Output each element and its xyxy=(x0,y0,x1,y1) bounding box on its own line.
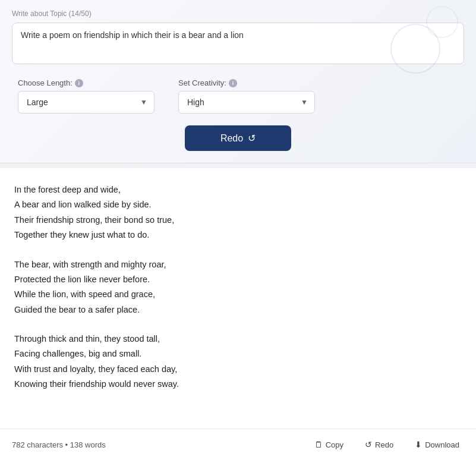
output-content[interactable]: In the forest deep and wide,A bear and l… xyxy=(0,168,476,429)
poem-line: A bear and lion walked side by side. xyxy=(14,197,462,212)
length-select[interactable]: Small Medium Large Extra Large xyxy=(18,91,155,114)
topic-input[interactable] xyxy=(12,23,464,64)
redo-button-wrapper: Redo ↺ xyxy=(12,125,464,151)
length-label: Choose Length: i xyxy=(18,78,155,87)
poem-line: Facing challenges, big and small. xyxy=(14,346,462,361)
poem-line: Through thick and thin, they stood tall, xyxy=(14,332,462,346)
controls-row: Choose Length: i Small Medium Large Extr… xyxy=(12,78,464,114)
output-footer: 782 characters • 138 words 🗒 Copy ↺ Redo… xyxy=(0,429,476,460)
length-label-text: Choose Length: xyxy=(18,78,72,87)
length-control-group: Choose Length: i Small Medium Large Extr… xyxy=(18,78,155,114)
poem-line: With trust and loyalty, they faced each … xyxy=(14,362,462,377)
poem-line: Guided the bear to a safer place. xyxy=(14,303,462,317)
creativity-select-wrapper: Low Medium High Very High ▼ xyxy=(178,91,315,114)
poem-stanza: In the forest deep and wide,A bear and l… xyxy=(14,182,462,243)
top-panel: Write about Topic (14/50) Choose Length:… xyxy=(0,0,476,163)
length-info-icon[interactable]: i xyxy=(75,79,83,87)
redo-button[interactable]: Redo ↺ xyxy=(185,125,291,151)
redo-button-icon: ↺ xyxy=(248,133,256,144)
output-panel: In the forest deep and wide,A bear and l… xyxy=(0,168,476,460)
word-count: 782 characters • 138 words xyxy=(12,440,106,449)
poem-stanza: The bear, with strength and mighty roar,… xyxy=(14,257,462,318)
creativity-label-text: Set Creativity: xyxy=(178,78,226,87)
poem-line: The bear, with strength and mighty roar, xyxy=(14,257,462,272)
poem-line: Together they knew just what to do. xyxy=(14,228,462,242)
poem-line: Knowing their friendship would never swa… xyxy=(14,377,462,392)
poem-text: In the forest deep and wide,A bear and l… xyxy=(14,182,462,392)
poem-line: Protected the lion like never before. xyxy=(14,272,462,287)
download-icon: ⬇ xyxy=(415,440,422,449)
redo-footer-icon: ↺ xyxy=(365,440,372,449)
creativity-select[interactable]: Low Medium High Very High xyxy=(178,91,315,114)
length-select-wrapper: Small Medium Large Extra Large ▼ xyxy=(18,91,155,114)
footer-actions: 🗒 Copy ↺ Redo ⬇ Download xyxy=(310,437,464,452)
redo-footer-button[interactable]: ↺ Redo xyxy=(360,437,398,452)
creativity-control-group: Set Creativity: i Low Medium High Very H… xyxy=(178,78,315,114)
copy-icon: 🗒 xyxy=(314,440,323,449)
char-counter: Write about Topic (14/50) xyxy=(12,10,464,18)
copy-button[interactable]: 🗒 Copy xyxy=(310,437,348,452)
creativity-label: Set Creativity: i xyxy=(178,78,315,87)
poem-stanza: Through thick and thin, they stood tall,… xyxy=(14,332,462,392)
poem-line: In the forest deep and wide, xyxy=(14,182,462,197)
poem-line: While the lion, with speed and grace, xyxy=(14,287,462,302)
redo-button-label: Redo xyxy=(220,133,243,144)
creativity-info-icon[interactable]: i xyxy=(229,79,237,87)
download-button[interactable]: ⬇ Download xyxy=(410,437,464,452)
redo-footer-label: Redo xyxy=(375,440,393,449)
copy-label: Copy xyxy=(326,440,343,449)
download-label: Download xyxy=(425,440,459,449)
poem-line: Their friendship strong, their bond so t… xyxy=(14,213,462,228)
